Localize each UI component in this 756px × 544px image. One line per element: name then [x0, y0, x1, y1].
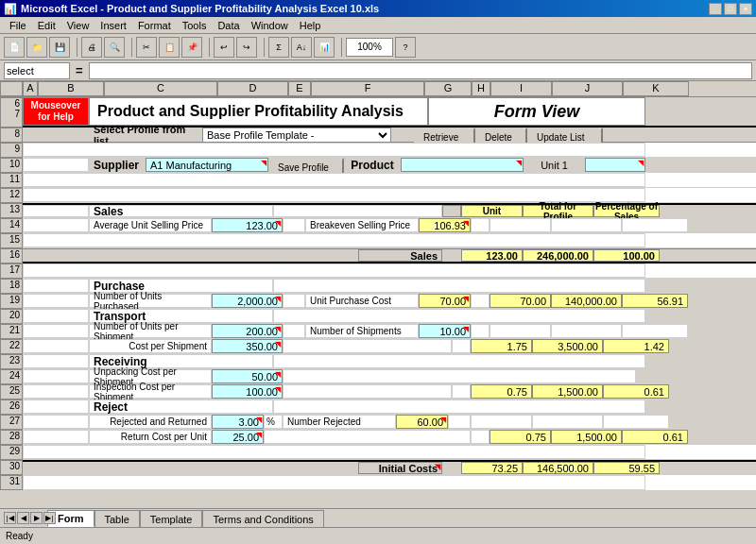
- menu-edit[interactable]: Edit: [32, 17, 61, 33]
- new-btn[interactable]: 📄: [4, 37, 25, 58]
- name-box[interactable]: [4, 62, 70, 79]
- tab-table[interactable]: Table: [94, 510, 140, 527]
- preview-btn[interactable]: 🔍: [104, 37, 125, 58]
- undo-btn[interactable]: ↩: [214, 37, 234, 58]
- sales-unit: 123.00: [461, 249, 523, 262]
- menu-file[interactable]: File: [4, 17, 32, 33]
- rejected-returned-value[interactable]: 3.00 ◥: [212, 415, 264, 429]
- breakeven-sp-value[interactable]: 106.93 ◥: [419, 218, 471, 232]
- tab-next-btn[interactable]: ▶: [30, 512, 43, 524]
- row-17: [23, 264, 756, 279]
- product-indicator: ◥: [516, 159, 522, 167]
- col-header-C[interactable]: C: [104, 81, 217, 96]
- purchase-pct: 56.91: [622, 294, 688, 308]
- save-btn[interactable]: 💾: [49, 37, 70, 58]
- col-header-B[interactable]: B: [38, 81, 104, 96]
- cell-b13: [23, 205, 89, 217]
- chart-btn[interactable]: 📊: [314, 37, 335, 58]
- col-header-J[interactable]: J: [552, 81, 623, 96]
- col-header-A[interactable]: A: [23, 81, 38, 96]
- minimize-btn[interactable]: _: [709, 3, 722, 15]
- menu-window[interactable]: Window: [246, 17, 294, 33]
- menu-view[interactable]: View: [61, 17, 95, 33]
- unpacking-cost-value[interactable]: 50.00 ◥: [212, 369, 283, 383]
- select-profile-label: Select Profile from list: [89, 128, 202, 142]
- paste-btn[interactable]: 📌: [181, 37, 202, 58]
- reject-unit: 0.75: [490, 430, 551, 444]
- unit-value-cell[interactable]: ◥: [585, 158, 645, 172]
- sort-asc-btn[interactable]: A↓: [291, 37, 312, 58]
- col-header-E[interactable]: E: [288, 81, 311, 96]
- profile-dropdown-container[interactable]: Base Profile Template -: [202, 128, 391, 142]
- maximize-btn[interactable]: □: [724, 3, 737, 15]
- title-bar-text: Microsoft Excel - Product and Supplier P…: [21, 3, 379, 14]
- row-num-24: 24: [0, 369, 23, 384]
- zoom-input[interactable]: [346, 38, 393, 57]
- tab-prev-btn[interactable]: ◀: [17, 512, 29, 524]
- inspection-cost-label: Inspection Cost per Shipment: [89, 384, 212, 399]
- row-31: [23, 475, 756, 490]
- redo-btn[interactable]: ↪: [236, 37, 257, 58]
- toolbar-sep3: [206, 38, 210, 57]
- print-btn[interactable]: 🖨: [81, 37, 102, 58]
- formula-bar: =: [0, 60, 756, 81]
- tab-template[interactable]: Template: [140, 510, 203, 527]
- col-header-I[interactable]: I: [490, 81, 552, 96]
- tab-terms[interactable]: Terms and Conditions: [202, 510, 323, 527]
- close-btn[interactable]: ×: [739, 3, 752, 15]
- num-units-purchased-label: Number of Units Purchased: [89, 294, 212, 308]
- row-num-25: 25: [0, 384, 23, 400]
- unit-purchase-cost-value[interactable]: 70.00 ◥: [419, 294, 471, 308]
- menu-tools[interactable]: Tools: [177, 17, 213, 33]
- row-num-12: 12: [0, 188, 23, 203]
- col-header-H[interactable]: H: [472, 81, 490, 96]
- open-btn[interactable]: 📁: [26, 37, 47, 58]
- copy-btn[interactable]: 📋: [159, 37, 180, 58]
- menu-bar: File Edit View Insert Format Tools Data …: [0, 17, 756, 34]
- menu-data[interactable]: Data: [212, 17, 245, 33]
- help-btn[interactable]: ?: [395, 37, 416, 58]
- tab-last-btn[interactable]: ▶|: [43, 512, 56, 524]
- tab-nav-group[interactable]: |◀ ◀ ▶ ▶|: [4, 512, 56, 524]
- tab-first-btn[interactable]: |◀: [4, 512, 16, 524]
- menu-insert[interactable]: Insert: [94, 17, 132, 33]
- window-controls[interactable]: _ □ ×: [709, 3, 752, 15]
- num-units-purchased-value[interactable]: 2,000.00 ◥: [212, 294, 283, 308]
- cut-btn[interactable]: ✂: [136, 37, 157, 58]
- avg-unit-sp-value[interactable]: 123.00 ◥: [212, 218, 283, 232]
- col-header-D[interactable]: D: [217, 81, 288, 96]
- row-num-23: 23: [0, 354, 23, 369]
- formula-input[interactable]: [89, 62, 752, 79]
- number-rejected-value[interactable]: 60.00 ◥: [396, 415, 448, 429]
- menu-format[interactable]: Format: [132, 17, 177, 33]
- num-shipments-value[interactable]: 10.00 ◥: [419, 324, 471, 338]
- pct-sales-col-header: Percentage of Sales: [593, 205, 660, 217]
- row-num-30: 30: [0, 460, 23, 475]
- row-num-22: 22: [0, 339, 23, 354]
- breakeven-sp-label: Breakeven Selling Price: [305, 218, 419, 232]
- product-value-cell[interactable]: ___ ◥: [401, 158, 524, 172]
- menu-help[interactable]: Help: [294, 17, 327, 33]
- mouseover-cell: Mouseover for Help: [23, 97, 89, 126]
- inspection-cost-value[interactable]: 100.00 ◥: [212, 384, 283, 399]
- status-text: Ready: [6, 531, 33, 541]
- units-per-shipment-value[interactable]: 200.00 ◥: [212, 324, 283, 338]
- sum-btn[interactable]: Σ: [268, 37, 289, 58]
- col-header-F[interactable]: F: [311, 81, 424, 96]
- number-rejected-label: Number Rejected: [283, 415, 396, 429]
- row-num-20: 20: [0, 309, 23, 324]
- app-icon: 📊: [4, 3, 17, 15]
- row-11: [23, 173, 756, 188]
- cell-b8: [23, 128, 89, 142]
- row-num-10: 10: [0, 158, 23, 173]
- profile-dropdown[interactable]: Base Profile Template -: [203, 128, 390, 142]
- return-cost-value[interactable]: 25.00 ◥: [212, 430, 264, 444]
- cost-per-shipment-value[interactable]: 350.00 ◥: [212, 339, 283, 353]
- num-shipments-label: Number of Shipments: [305, 324, 419, 338]
- col-header-K[interactable]: K: [623, 81, 689, 96]
- row-num-13: 13: [0, 203, 23, 218]
- col-header-G[interactable]: G: [424, 81, 472, 96]
- supplier-value-cell[interactable]: A1 Manufacturing ◥: [146, 158, 268, 172]
- row-num-9: 9: [0, 143, 23, 158]
- row-num-15: 15: [0, 233, 23, 248]
